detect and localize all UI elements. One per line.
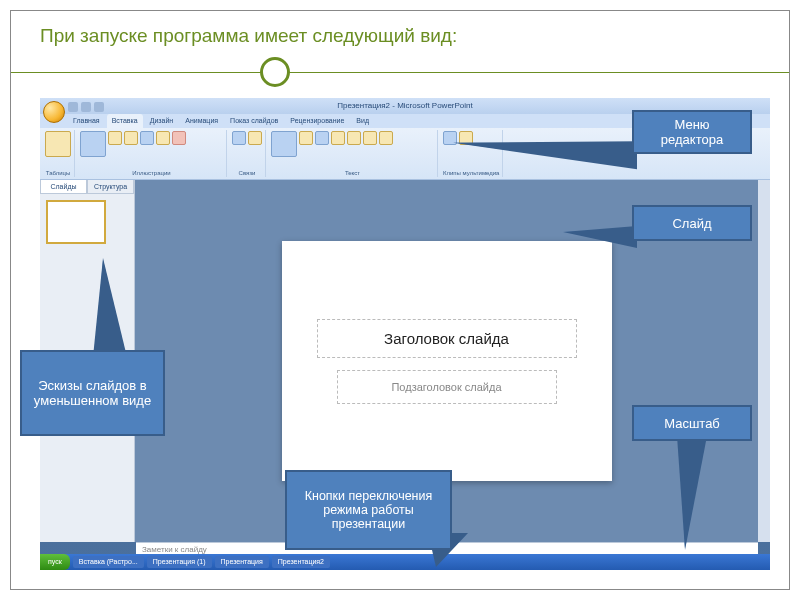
slide-thumbnail[interactable]: [46, 200, 106, 244]
wordart-icon[interactable]: [315, 131, 329, 145]
ribbon-group-links: Связи: [229, 130, 266, 177]
picture-icon[interactable]: [80, 131, 106, 157]
ribbon-group-text: Текст: [268, 130, 438, 177]
taskbar-item[interactable]: Презентация (1): [147, 556, 212, 568]
side-tab-outline[interactable]: Структура: [87, 180, 134, 194]
windows-taskbar: пуск Вставка (Растро... Презентация (1) …: [40, 554, 770, 570]
clipart-icon[interactable]: [108, 131, 122, 145]
table-icon[interactable]: [45, 131, 71, 157]
ribbon-tab-insert[interactable]: Вставка: [107, 114, 143, 128]
side-tabs: Слайды Структура: [40, 180, 134, 194]
object-icon[interactable]: [379, 131, 393, 145]
callout-editor-menu: Меню редактора: [632, 110, 752, 154]
start-button[interactable]: пуск: [40, 554, 70, 570]
office-button-icon[interactable]: [43, 101, 65, 123]
taskbar-item[interactable]: Презентация: [215, 556, 269, 568]
symbol-icon[interactable]: [363, 131, 377, 145]
callout-zoom: Масштаб: [632, 405, 752, 441]
chart-icon[interactable]: [172, 131, 186, 145]
callout-tail: [679, 438, 705, 548]
ribbon-tab-home[interactable]: Главная: [68, 114, 105, 128]
callout-tail: [95, 260, 125, 355]
side-tab-slides[interactable]: Слайды: [40, 180, 87, 194]
action-icon[interactable]: [248, 131, 262, 145]
qat-undo-icon[interactable]: [81, 102, 91, 112]
ribbon-tab-view[interactable]: Вид: [351, 114, 374, 128]
ribbon-tab-design[interactable]: Дизайн: [145, 114, 179, 128]
ribbon-group-tables: Таблицы: [42, 130, 75, 177]
title-placeholder[interactable]: Заголовок слайда: [317, 319, 577, 358]
photoalbum-icon[interactable]: [124, 131, 138, 145]
vertical-scrollbar[interactable]: [758, 180, 770, 542]
slide-canvas[interactable]: Заголовок слайда Подзаголовок слайда: [282, 241, 612, 481]
callout-tail: [565, 228, 635, 246]
page-heading: При запуске программа имеет следующий ви…: [40, 25, 457, 47]
slidenumber-icon[interactable]: [347, 131, 361, 145]
datetime-icon[interactable]: [331, 131, 345, 145]
taskbar-item[interactable]: Презентация2: [272, 556, 330, 568]
shapes-icon[interactable]: [140, 131, 154, 145]
ribbon-tab-slideshow[interactable]: Показ слайдов: [225, 114, 283, 128]
header-footer-icon[interactable]: [299, 131, 313, 145]
ribbon-group-illustrations: Иллюстрации: [77, 130, 227, 177]
smartart-icon[interactable]: [156, 131, 170, 145]
hyperlink-icon[interactable]: [232, 131, 246, 145]
ribbon-tab-animation[interactable]: Анимация: [180, 114, 223, 128]
callout-view-modes: Кнопки переключения режима работы презен…: [285, 470, 452, 550]
decorative-line: [11, 72, 789, 73]
qat-redo-icon[interactable]: [94, 102, 104, 112]
callout-tail: [455, 137, 635, 167]
qat-save-icon[interactable]: [68, 102, 78, 112]
ribbon-tab-review[interactable]: Рецензирование: [285, 114, 349, 128]
decorative-ring: [260, 57, 290, 87]
textbox-icon[interactable]: [271, 131, 297, 157]
callout-thumbnails: Эскизы слайдов в уменьшенном виде: [20, 350, 165, 436]
subtitle-placeholder[interactable]: Подзаголовок слайда: [337, 370, 557, 404]
quick-access-toolbar[interactable]: [68, 102, 104, 114]
taskbar-item[interactable]: Вставка (Растро...: [73, 556, 144, 568]
callout-slide: Слайд: [632, 205, 752, 241]
